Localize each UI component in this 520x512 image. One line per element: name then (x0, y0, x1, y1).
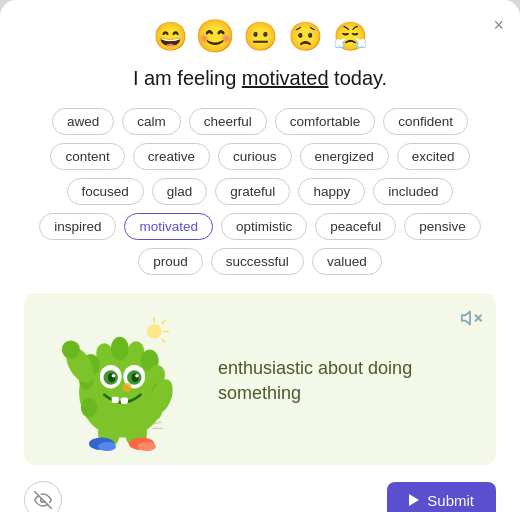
close-button[interactable]: × (493, 16, 504, 34)
image-area: enthusiastic about doing something (24, 293, 496, 465)
svg-point-20 (61, 340, 79, 358)
hide-icon (34, 491, 52, 509)
feeling-modal: × 😄😊😐😟😤 I am feeling motivated today. aw… (0, 0, 520, 512)
chip-focused[interactable]: focused (67, 178, 144, 205)
hide-button[interactable] (24, 481, 62, 512)
svg-point-32 (122, 383, 131, 392)
svg-rect-30 (111, 397, 118, 403)
chip-calm[interactable]: calm (122, 108, 181, 135)
monster-illustration (50, 306, 195, 451)
chip-glad[interactable]: glad (152, 178, 208, 205)
svg-point-38 (137, 442, 155, 451)
heading-word: motivated (242, 67, 329, 89)
angry-emoji[interactable]: 😤 (333, 20, 368, 53)
svg-point-10 (96, 343, 112, 363)
chip-motivated[interactable]: motivated (124, 213, 213, 240)
monster-area (42, 311, 202, 451)
chip-pensive[interactable]: pensive (404, 213, 481, 240)
sad-emoji[interactable]: 😟 (288, 20, 323, 53)
mute-icon (460, 307, 482, 329)
chip-inspired[interactable]: inspired (39, 213, 116, 240)
submit-button[interactable]: Submit (387, 482, 496, 513)
svg-point-3 (146, 324, 161, 339)
svg-point-28 (111, 374, 115, 378)
chip-included[interactable]: included (373, 178, 453, 205)
chip-cheerful[interactable]: cheerful (189, 108, 267, 135)
chip-happy[interactable]: happy (298, 178, 365, 205)
svg-point-29 (135, 374, 139, 378)
svg-marker-0 (462, 312, 470, 325)
heading-suffix: today. (329, 67, 388, 89)
mute-button[interactable] (460, 307, 482, 334)
emoji-row: 😄😊😐😟😤 (24, 20, 496, 53)
chip-curious[interactable]: curious (218, 143, 292, 170)
heading-prefix: I am feeling (133, 67, 242, 89)
description-text: enthusiastic about doing something (202, 356, 478, 406)
chips-area: awedcalmcheerfulcomfortableconfidentcont… (24, 108, 496, 275)
chip-grateful[interactable]: grateful (215, 178, 290, 205)
neutral-emoji[interactable]: 😐 (243, 20, 278, 53)
svg-line-5 (161, 321, 165, 325)
submit-label: Submit (427, 492, 474, 509)
chip-awed[interactable]: awed (52, 108, 114, 135)
svg-line-7 (161, 339, 165, 343)
chip-peaceful[interactable]: peaceful (315, 213, 396, 240)
svg-rect-31 (120, 398, 127, 404)
footer: Submit (24, 481, 496, 512)
chip-optimistic[interactable]: optimistic (221, 213, 307, 240)
chip-comfortable[interactable]: comfortable (275, 108, 376, 135)
heading: I am feeling motivated today. (24, 67, 496, 90)
svg-point-18 (80, 398, 96, 418)
svg-point-36 (98, 442, 116, 451)
chip-confident[interactable]: confident (383, 108, 468, 135)
chip-energized[interactable]: energized (300, 143, 389, 170)
chip-content[interactable]: content (50, 143, 124, 170)
chip-creative[interactable]: creative (133, 143, 210, 170)
chip-proud[interactable]: proud (138, 248, 203, 275)
play-icon (409, 494, 419, 506)
happy-emoji[interactable]: 😊 (195, 18, 235, 56)
svg-point-11 (110, 337, 128, 361)
very-happy-emoji[interactable]: 😄 (153, 20, 188, 53)
chip-excited[interactable]: excited (397, 143, 470, 170)
chip-valued[interactable]: valued (312, 248, 382, 275)
chip-successful[interactable]: successful (211, 248, 304, 275)
